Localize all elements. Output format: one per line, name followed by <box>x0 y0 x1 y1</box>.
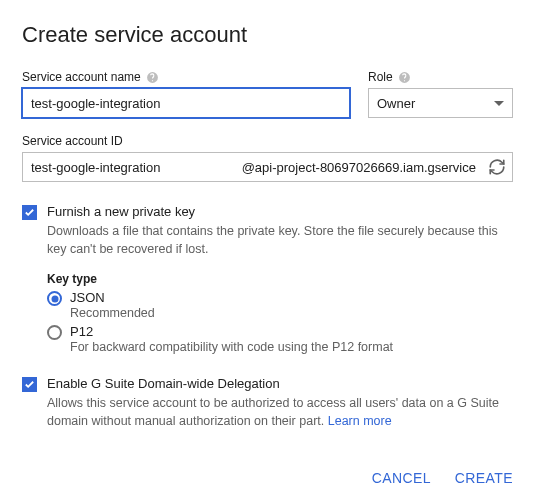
id-suffix: @api-project-80697026669.iam.gservice <box>242 160 476 175</box>
furnish-key-desc: Downloads a file that contains the priva… <box>47 222 513 258</box>
role-label: Role <box>368 70 513 84</box>
furnish-key-checkbox[interactable] <box>22 205 37 220</box>
service-account-name-input[interactable] <box>22 88 350 118</box>
role-select[interactable]: Owner <box>368 88 513 118</box>
key-type-p12-radio[interactable] <box>47 325 62 340</box>
role-value: Owner <box>377 96 415 111</box>
cancel-button[interactable]: CANCEL <box>372 470 431 486</box>
id-prefix: test-google-integration <box>31 160 160 175</box>
help-icon[interactable] <box>398 71 411 84</box>
domain-delegation-checkbox[interactable] <box>22 377 37 392</box>
domain-delegation-label: Enable G Suite Domain-wide Delegation <box>47 376 513 391</box>
name-label: Service account name <box>22 70 350 84</box>
key-type-p12-label: P12 <box>70 324 393 339</box>
domain-delegation-desc: Allows this service account to be author… <box>47 394 513 430</box>
learn-more-link[interactable]: Learn more <box>328 414 392 428</box>
help-icon[interactable] <box>146 71 159 84</box>
key-type-json-radio[interactable] <box>47 291 62 306</box>
create-button[interactable]: CREATE <box>455 470 513 486</box>
service-account-id-field[interactable]: test-google-integration @api-project-806… <box>22 152 513 182</box>
chevron-down-icon <box>494 101 504 106</box>
key-type-title: Key type <box>47 272 513 286</box>
key-type-json-label: JSON <box>70 290 155 305</box>
refresh-icon[interactable] <box>488 158 506 176</box>
key-type-p12-desc: For backward compatibility with code usi… <box>70 340 393 354</box>
page-title: Create service account <box>22 22 513 48</box>
key-type-json-desc: Recommended <box>70 306 155 320</box>
furnish-key-label: Furnish a new private key <box>47 204 513 219</box>
id-label: Service account ID <box>22 134 513 148</box>
